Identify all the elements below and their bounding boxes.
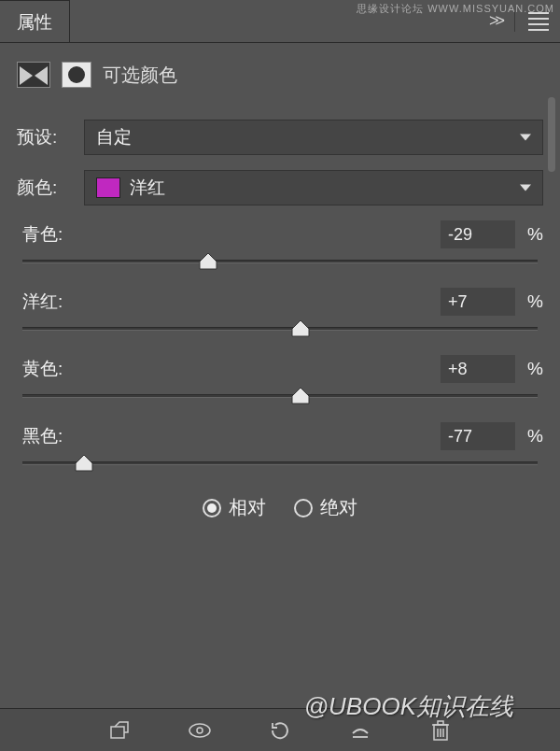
slider-track[interactable] [22, 461, 538, 465]
slider-label: 黄色: [17, 357, 441, 381]
chevron-down-icon [520, 185, 531, 191]
clip-icon[interactable] [107, 718, 132, 743]
slider-thumb[interactable] [198, 253, 218, 270]
slider-unit: % [515, 291, 543, 312]
slider-label: 青色: [17, 222, 441, 247]
slider-track[interactable] [22, 394, 538, 398]
slider-value-input[interactable] [441, 288, 515, 316]
mask-icon[interactable] [62, 62, 91, 88]
tab-properties[interactable]: 属性 [0, 0, 70, 42]
slider-unit: % [515, 359, 543, 379]
radio-absolute[interactable]: 绝对 [294, 495, 357, 520]
scrollbar[interactable] [548, 97, 555, 172]
svg-rect-0 [111, 727, 124, 738]
radio-icon [294, 499, 313, 517]
color-value: 洋红 [130, 176, 165, 200]
properties-panel: 属性 >> 可选颜色 预设: 自定 颜色: 洋红 青色 [0, 0, 560, 751]
slider-block: 青色:% [17, 220, 543, 263]
slider-thumb[interactable] [74, 455, 94, 472]
slider-thumb[interactable] [290, 320, 311, 337]
slider-block: 黄色:% [17, 355, 543, 398]
slider-unit: % [515, 426, 543, 446]
slider-value-input[interactable] [441, 422, 515, 450]
radio-icon [203, 499, 221, 517]
watermark-bottom: @UBOOK知识在线 [304, 690, 513, 723]
slider-block: 黑色:% [17, 422, 543, 465]
slider-track[interactable] [22, 327, 538, 331]
reset-icon[interactable] [268, 718, 292, 743]
color-label: 颜色: [17, 176, 73, 200]
color-dropdown[interactable]: 洋红 [84, 170, 543, 205]
selective-color-icon[interactable] [17, 62, 50, 88]
svg-point-1 [189, 724, 210, 737]
preset-label: 预设: [17, 125, 73, 149]
adjustment-title: 可选颜色 [103, 63, 177, 88]
color-swatch [96, 177, 120, 198]
slider-track[interactable] [22, 260, 538, 263]
slider-block: 洋红:% [17, 288, 543, 331]
chevron-down-icon [520, 135, 531, 141]
adjustment-header: 可选颜色 [0, 43, 560, 97]
radio-relative[interactable]: 相对 [203, 495, 266, 520]
view-previous-icon[interactable] [188, 718, 212, 743]
method-row: 相对 绝对 [17, 495, 543, 520]
slider-label: 黑色: [17, 424, 441, 448]
panel-body: 预设: 自定 颜色: 洋红 青色:%洋红:%黄色:%黑色:% 相对 绝对 [0, 97, 560, 520]
preset-dropdown[interactable]: 自定 [84, 120, 543, 155]
preset-value: 自定 [96, 125, 132, 149]
slider-label: 洋红: [17, 290, 441, 314]
svg-point-2 [197, 728, 203, 733]
slider-thumb[interactable] [290, 388, 311, 404]
watermark-top: 思缘设计论坛 WWW.MISSYUAN.COM [357, 2, 554, 16]
radio-absolute-label: 绝对 [320, 495, 357, 520]
color-row: 颜色: 洋红 [17, 170, 543, 205]
slider-value-input[interactable] [441, 220, 515, 248]
radio-relative-label: 相对 [229, 495, 266, 520]
slider-unit: % [515, 224, 543, 245]
slider-value-input[interactable] [441, 355, 515, 383]
preset-row: 预设: 自定 [17, 120, 543, 155]
